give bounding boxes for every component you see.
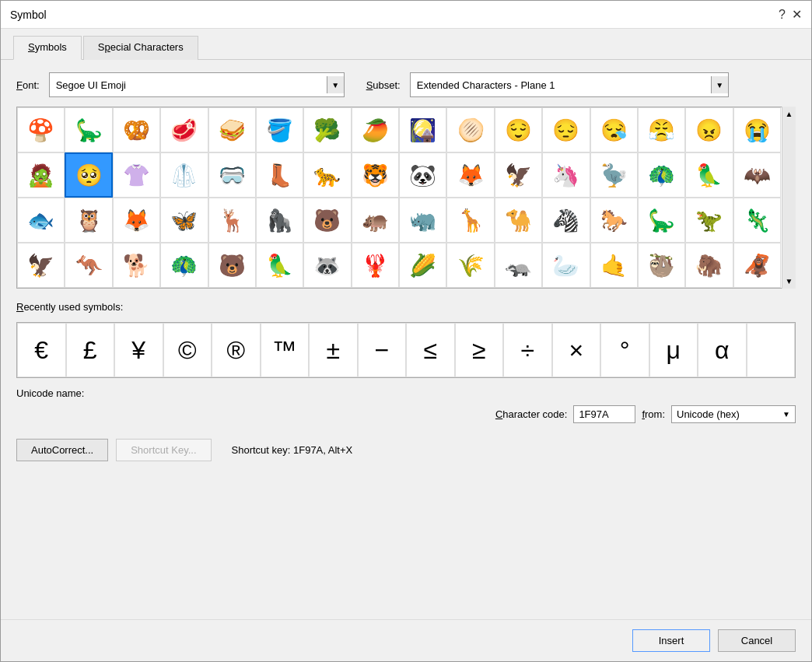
symbol-cell[interactable]: 🪣 bbox=[256, 107, 303, 152]
symbol-cell[interactable]: 🥩 bbox=[160, 107, 208, 152]
symbol-cell[interactable]: 🦉 bbox=[65, 198, 112, 243]
help-icon[interactable]: ? bbox=[779, 8, 786, 22]
from-select[interactable]: Unicode (hex) ▼ bbox=[671, 405, 796, 423]
symbol-cell[interactable]: 🦛 bbox=[352, 198, 399, 243]
symbol-cell[interactable]: 🥪 bbox=[208, 107, 256, 152]
recent-cell[interactable]: ° bbox=[600, 323, 649, 377]
symbol-cell[interactable]: 🦜 bbox=[685, 152, 733, 198]
symbol-cell[interactable]: 🦌 bbox=[208, 198, 256, 243]
symbol-cell-selected[interactable]: 🥺 bbox=[65, 152, 112, 198]
symbol-cell[interactable]: 😌 bbox=[495, 107, 542, 152]
symbol-cell[interactable]: 🐯 bbox=[352, 152, 399, 198]
symbol-cell[interactable]: 🦖 bbox=[685, 198, 733, 243]
font-dropdown-arrow[interactable]: ▼ bbox=[327, 76, 344, 93]
symbol-cell[interactable]: 😠 bbox=[685, 107, 733, 152]
symbol-cell[interactable]: 🤙 bbox=[590, 243, 638, 288]
symbol-cell[interactable]: 🐻 bbox=[303, 198, 351, 243]
from-dropdown-arrow[interactable]: ▼ bbox=[782, 410, 790, 419]
symbol-cell[interactable]: 🦢 bbox=[542, 243, 590, 288]
cancel-button[interactable]: Cancel bbox=[718, 629, 796, 652]
symbol-cell[interactable]: 😭 bbox=[733, 107, 781, 152]
symbol-cell[interactable]: 🧟 bbox=[17, 152, 65, 198]
symbol-cell[interactable]: 😤 bbox=[638, 107, 685, 152]
symbol-cell[interactable]: 🍄 bbox=[17, 107, 65, 152]
symbol-cell[interactable]: 🦎 bbox=[733, 198, 781, 243]
recent-cell[interactable]: μ bbox=[649, 323, 698, 377]
symbol-cell[interactable]: 🐟 bbox=[17, 198, 65, 243]
tab-symbols[interactable]: Symbols bbox=[13, 36, 82, 60]
symbol-cell[interactable]: 🦕 bbox=[638, 198, 685, 243]
recent-cell[interactable]: £ bbox=[66, 323, 115, 377]
recent-cell[interactable]: ¥ bbox=[114, 323, 163, 377]
symbol-cell[interactable]: 🥦 bbox=[303, 107, 351, 152]
symbol-cell[interactable]: 🐎 bbox=[590, 198, 638, 243]
symbol-cell[interactable]: 🦇 bbox=[733, 152, 781, 198]
symbol-cell[interactable]: 🦥 bbox=[638, 243, 685, 288]
shortcut-key-button[interactable]: Shortcut Key... bbox=[116, 439, 211, 461]
symbol-cell[interactable]: 🦣 bbox=[685, 243, 733, 288]
symbol-cell[interactable]: 🫓 bbox=[446, 107, 494, 152]
scroll-down-arrow[interactable]: ▼ bbox=[782, 274, 796, 289]
dialog-content: Symbols Special Characters Font: Segoe U… bbox=[1, 29, 811, 661]
recently-used-label: Recently used symbols: bbox=[16, 301, 796, 313]
symbol-cell[interactable]: 🦧 bbox=[733, 243, 781, 288]
symbol-cell[interactable]: 🦞 bbox=[352, 243, 399, 288]
font-select[interactable]: Segoe UI Emoji ▼ bbox=[49, 72, 345, 97]
recent-cell[interactable] bbox=[747, 323, 796, 377]
symbol-cell[interactable]: 🥼 bbox=[160, 152, 208, 198]
symbol-cell[interactable]: 🦜 bbox=[256, 243, 303, 288]
symbol-cell[interactable]: 🦘 bbox=[65, 243, 112, 288]
symbol-cell[interactable]: 🦍 bbox=[256, 198, 303, 243]
symbol-cell[interactable]: 🦋 bbox=[160, 198, 208, 243]
symbol-cell[interactable]: 👚 bbox=[113, 152, 160, 198]
recent-cell[interactable]: × bbox=[552, 323, 601, 377]
symbol-cell[interactable]: 🦡 bbox=[495, 243, 542, 288]
scroll-up-arrow[interactable]: ▲ bbox=[782, 107, 796, 121]
symbol-cell[interactable]: 🦏 bbox=[399, 198, 446, 243]
close-icon[interactable]: ✕ bbox=[792, 7, 802, 22]
symbol-cell[interactable]: 🐕 bbox=[113, 243, 160, 288]
symbol-cell[interactable]: 🐪 bbox=[495, 198, 542, 243]
symbol-cell[interactable]: 🦚 bbox=[160, 243, 208, 288]
symbol-cell[interactable]: 🐆 bbox=[303, 152, 351, 198]
symbol-cell[interactable]: 🦓 bbox=[542, 198, 590, 243]
symbol-cell[interactable]: 😪 bbox=[590, 107, 638, 152]
recent-cell[interactable]: − bbox=[358, 323, 407, 377]
recent-cell[interactable]: ™ bbox=[261, 323, 310, 377]
autocorrect-button[interactable]: AutoCorrect... bbox=[16, 439, 108, 461]
symbol-cell[interactable]: 🥭 bbox=[352, 107, 399, 152]
insert-button[interactable]: Insert bbox=[632, 629, 710, 652]
symbol-cell[interactable]: 🥽 bbox=[208, 152, 256, 198]
symbol-cell[interactable]: 🦚 bbox=[638, 152, 685, 198]
subset-select[interactable]: Extended Characters - Plane 1 ▼ bbox=[410, 72, 729, 97]
symbol-cell[interactable]: 👢 bbox=[256, 152, 303, 198]
tab-special-characters[interactable]: Special Characters bbox=[83, 36, 198, 60]
symbol-cell[interactable]: 🦅 bbox=[17, 243, 65, 288]
symbol-cell[interactable]: 🦒 bbox=[446, 198, 494, 243]
symbol-cell[interactable]: 🦊 bbox=[113, 198, 160, 243]
recent-cell[interactable]: α bbox=[698, 323, 747, 377]
recent-cell[interactable]: ≥ bbox=[455, 323, 504, 377]
symbol-cell[interactable]: 🦕 bbox=[65, 107, 112, 152]
symbol-cell[interactable]: 🦅 bbox=[495, 152, 542, 198]
recent-cell[interactable]: © bbox=[163, 323, 212, 377]
symbol-cell[interactable]: 🐼 bbox=[399, 152, 446, 198]
symbol-cell[interactable]: 🦤 bbox=[590, 152, 638, 198]
symbol-cell[interactable]: 🥨 bbox=[113, 107, 160, 152]
symbol-cell[interactable]: 🐻 bbox=[208, 243, 256, 288]
symbol-cell[interactable]: 🦄 bbox=[542, 152, 590, 198]
scrollbar[interactable]: ▲ ▼ bbox=[782, 107, 796, 289]
symbol-cell[interactable]: 🌽 bbox=[399, 243, 446, 288]
symbol-cell[interactable]: 🦝 bbox=[303, 243, 351, 288]
symbol-cell[interactable]: 🌾 bbox=[446, 243, 494, 288]
character-code-input[interactable] bbox=[573, 405, 635, 423]
symbol-cell[interactable]: 🎑 bbox=[399, 107, 446, 152]
symbol-cell[interactable]: 🦊 bbox=[446, 152, 494, 198]
recent-cell[interactable]: ÷ bbox=[503, 323, 552, 377]
subset-dropdown-arrow[interactable]: ▼ bbox=[711, 76, 728, 93]
recent-cell[interactable]: € bbox=[17, 323, 66, 377]
symbol-cell[interactable]: 😔 bbox=[542, 107, 590, 152]
recent-cell[interactable]: ≤ bbox=[406, 323, 455, 377]
recent-cell[interactable]: ® bbox=[212, 323, 261, 377]
recent-cell[interactable]: ± bbox=[309, 323, 358, 377]
